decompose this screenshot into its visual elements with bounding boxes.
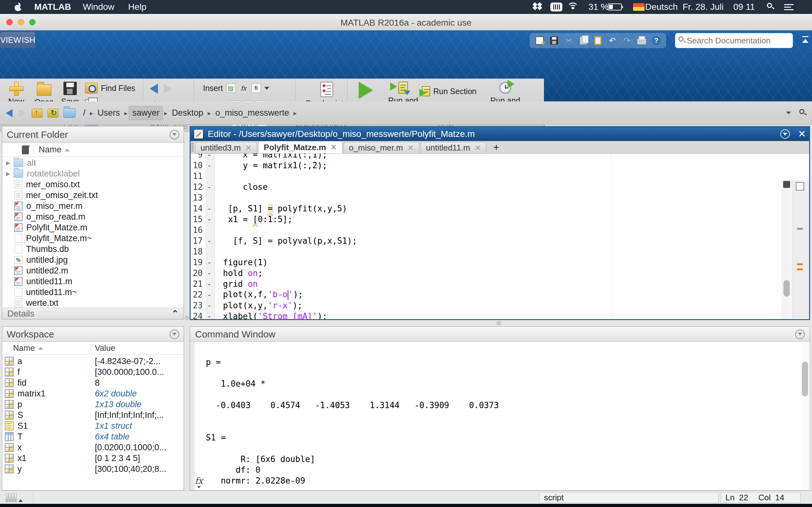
fx-prompt-button[interactable]: fx bbox=[193, 475, 205, 488]
insert-fx-icon[interactable]: fx bbox=[239, 83, 248, 93]
code-line[interactable]: 24-xlabel('Strom [mA]'); bbox=[191, 311, 809, 319]
tab-close-icon[interactable]: ✕ bbox=[245, 144, 252, 153]
analyzer-warning-marker[interactable] bbox=[797, 263, 803, 265]
code-line[interactable]: 13 bbox=[191, 192, 809, 203]
breadcrumb-item[interactable]: o_miso_messwerte bbox=[212, 106, 293, 120]
file-row[interactable]: ▶ Polyfit_Matze.m bbox=[2, 222, 184, 233]
print-quick-icon[interactable] bbox=[636, 35, 647, 46]
save-quick-icon[interactable] bbox=[549, 35, 560, 46]
address-dropdown-arrow[interactable] bbox=[786, 112, 791, 114]
executable-line-marker[interactable]: - bbox=[205, 301, 214, 310]
breadcrumb-item[interactable]: / bbox=[80, 106, 89, 120]
app-status-icon[interactable] bbox=[550, 0, 562, 14]
workspace-name-header[interactable]: Name bbox=[13, 343, 35, 353]
insert-section-icon[interactable]: ▤ bbox=[226, 83, 236, 93]
file-row[interactable]: ▶ mer_omiso.txt bbox=[2, 179, 184, 190]
breadcrumb-item[interactable]: Users bbox=[95, 106, 123, 120]
executable-line-marker[interactable]: - bbox=[205, 258, 214, 267]
code-line[interactable]: 9- x = matrix1(:,1); bbox=[191, 154, 809, 160]
new-tab-button[interactable]: + bbox=[488, 142, 505, 153]
redo-icon[interactable]: ↷ bbox=[622, 35, 632, 46]
file-row[interactable]: ▶ o_miso_mer.m bbox=[2, 201, 184, 211]
folder-up-icon[interactable] bbox=[32, 109, 43, 118]
copy-icon[interactable] bbox=[578, 35, 589, 46]
nav-back-button[interactable] bbox=[6, 109, 13, 117]
code-line[interactable]: 12- close bbox=[191, 181, 809, 192]
apple-menu-icon[interactable] bbox=[14, 3, 22, 11]
forward-button[interactable] bbox=[164, 83, 172, 94]
insert-dropdown-arrow[interactable] bbox=[264, 87, 269, 90]
file-row[interactable]: ▶ untitled11.m~ bbox=[2, 287, 184, 297]
documentation-search-input[interactable] bbox=[687, 36, 782, 46]
code-line[interactable]: 15- x1 = [0:1:5]; bbox=[191, 214, 809, 225]
executable-line-marker[interactable]: - bbox=[205, 204, 214, 213]
spotlight-search-icon[interactable] bbox=[767, 0, 775, 14]
new-script-quick-icon[interactable] bbox=[534, 35, 545, 46]
file-row[interactable]: ▶ untitled2.m bbox=[2, 265, 184, 276]
editor-titlebar[interactable]: Editor - /Users/sawyer/Desktop/o_miso_me… bbox=[191, 127, 809, 141]
panel-splitter-vertical[interactable] bbox=[184, 126, 189, 491]
code-line[interactable]: 17- [f, S] = polyval(p,x,S1); bbox=[191, 235, 809, 246]
code-analyzer-status-box[interactable] bbox=[796, 182, 804, 190]
address-search-icon[interactable] bbox=[799, 109, 808, 117]
code-line[interactable]: 14- [p, S1] = polyfit(x,y,5) bbox=[191, 203, 809, 214]
wifi-icon[interactable] bbox=[567, 0, 578, 14]
current-folder-menu-icon[interactable] bbox=[170, 130, 179, 139]
executable-line-marker[interactable]: - bbox=[205, 215, 214, 224]
editor-tab[interactable]: Polyfit_Matze.m ✕ bbox=[258, 141, 342, 153]
workspace-variable-row[interactable]: x [0.0200;0.1000;0... bbox=[2, 442, 184, 453]
dropbox-icon[interactable] bbox=[532, 0, 543, 14]
nav-forward-button[interactable] bbox=[19, 109, 26, 117]
scrollbar-thumb[interactable] bbox=[783, 280, 790, 297]
expand-arrow-icon[interactable]: ▶ bbox=[6, 160, 11, 166]
find-files-button[interactable]: Find Files bbox=[85, 81, 135, 95]
back-button[interactable] bbox=[150, 83, 158, 94]
browse-folder-icon[interactable] bbox=[48, 109, 58, 118]
scrollbar-button[interactable] bbox=[783, 181, 790, 188]
code-analyzer-strip[interactable] bbox=[792, 180, 809, 319]
scrollbar-thumb[interactable] bbox=[802, 361, 808, 396]
file-row[interactable]: ▶ o_miso_read.m bbox=[2, 211, 184, 222]
notification-center-icon[interactable] bbox=[784, 0, 794, 14]
executable-line-marker[interactable]: - bbox=[205, 154, 214, 159]
run-section-button[interactable]: Run Section bbox=[422, 84, 476, 98]
code-line[interactable]: 18 bbox=[191, 246, 809, 257]
editor-tab[interactable]: untitled3.m ✕ bbox=[195, 142, 257, 153]
file-row[interactable]: ▶ werte.txt bbox=[2, 297, 184, 308]
ribbon-tab[interactable]: VIEW bbox=[0, 32, 21, 48]
command-window-scrollbar[interactable] bbox=[801, 343, 809, 490]
code-line[interactable]: 19-figure(1) bbox=[191, 257, 809, 268]
menubar-help-menu[interactable]: Help bbox=[128, 2, 147, 12]
file-row[interactable]: ▶ Thumbs.db bbox=[2, 244, 184, 255]
analyzer-marker[interactable] bbox=[797, 228, 803, 230]
code-line[interactable]: 20-hold on; bbox=[191, 268, 809, 279]
input-language-label[interactable]: Deutsch bbox=[645, 0, 678, 14]
workspace-variable-row[interactable]: fid 8 bbox=[2, 377, 184, 388]
tab-grip-handle[interactable] bbox=[191, 143, 194, 152]
current-folder-icon[interactable] bbox=[63, 108, 75, 118]
code-editor-area[interactable]: 9- x = matrix1(:,1);10- y = matrix1(:,2)… bbox=[191, 154, 809, 319]
collapse-ribbon-button[interactable] bbox=[801, 36, 809, 44]
executable-line-marker[interactable]: - bbox=[205, 279, 214, 289]
menubar-time[interactable]: 09 11 bbox=[733, 0, 755, 14]
file-list-column-header[interactable]: Name bbox=[2, 143, 184, 157]
details-bar[interactable]: Details ⌃ bbox=[2, 308, 184, 319]
command-window-menu-icon[interactable] bbox=[795, 330, 805, 339]
breadcrumb-item[interactable]: Desktop bbox=[169, 106, 206, 120]
file-row[interactable]: ▶ untitled11.m bbox=[2, 276, 184, 287]
code-line[interactable]: 16 bbox=[191, 225, 809, 235]
workspace-column-header[interactable]: Name Value bbox=[2, 342, 184, 354]
workspace-variable-row[interactable]: S1 1x1 struct bbox=[2, 420, 184, 431]
splitter-handle[interactable] bbox=[185, 316, 189, 320]
editor-tab[interactable]: o_miso_mer.m ✕ bbox=[344, 142, 419, 153]
editor-tab[interactable]: untitled11.m ✕ bbox=[420, 142, 487, 153]
tab-close-icon[interactable]: ✕ bbox=[407, 144, 414, 153]
workspace-value-header[interactable]: Value bbox=[95, 343, 115, 353]
editor-menu-icon[interactable] bbox=[780, 129, 790, 139]
tab-close-icon[interactable]: ✕ bbox=[331, 143, 337, 152]
executable-line-marker[interactable]: - bbox=[205, 312, 214, 319]
file-row[interactable]: ▶ mer_omiso_zeit.txt bbox=[2, 190, 184, 201]
expand-arrow-icon[interactable]: ▶ bbox=[6, 170, 11, 177]
code-line[interactable]: 11 bbox=[191, 171, 809, 181]
collapse-details-icon[interactable]: ⌃ bbox=[171, 308, 179, 319]
